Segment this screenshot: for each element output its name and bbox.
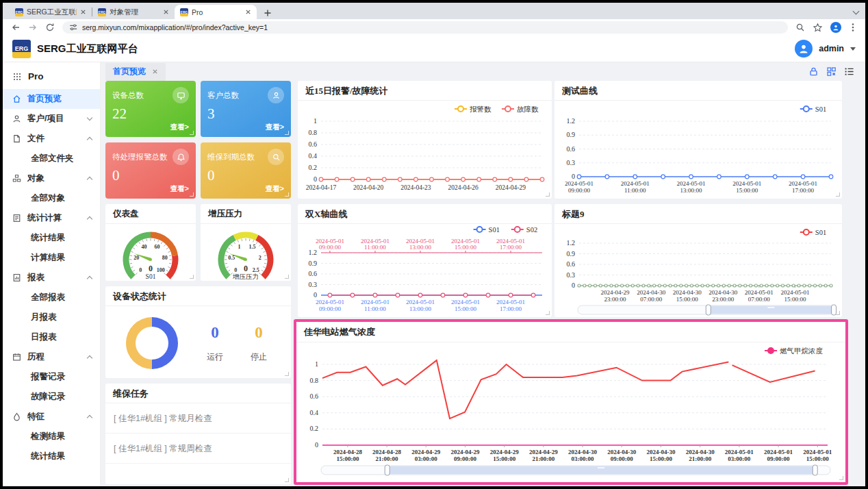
sidebar-item-objects[interactable]: 对象 (3, 168, 100, 188)
tab-close-icon[interactable] (245, 9, 251, 15)
sidebar-workspace[interactable]: Pro (3, 64, 100, 89)
svg-text:0: 0 (572, 173, 575, 180)
lock-icon[interactable] (808, 66, 819, 77)
maintenance-icon (268, 149, 284, 165)
zoom-page-icon[interactable] (795, 23, 805, 32)
svg-text:2024-04-29: 2024-04-29 (601, 289, 630, 296)
browser-tab-strip: ERG SERG工业互联网平台 ERG 对象管理 ERG Pro (3, 3, 865, 19)
svg-text:0: 0 (314, 175, 317, 183)
resize-handle[interactable] (285, 275, 289, 279)
view-link[interactable]: 查看> (266, 123, 284, 132)
resize-handle[interactable] (190, 275, 194, 279)
gas-methane-line-chart[interactable]: 10.80.60.40.202024-04-2815:00:002024-04-… (296, 342, 845, 481)
workspace-tab-close-icon[interactable] (152, 68, 158, 75)
resize-handle[interactable] (285, 192, 289, 197)
gauge-card-boost-pressure: 增压压力 00.511.522.50增压压力 (201, 204, 291, 281)
resize-handle[interactable] (285, 131, 289, 135)
resize-handle[interactable] (190, 192, 194, 197)
svg-text:15:00:00: 15:00:00 (455, 244, 477, 251)
sidebar-item-label: 客户/项目 (27, 113, 64, 125)
sidebar-item-home-preview[interactable]: 首页预览 (3, 89, 100, 109)
sidebar-item-stat-results[interactable]: 统计结果 (3, 228, 100, 248)
layout-grid-icon[interactable] (826, 66, 837, 77)
refresh-icon[interactable] (45, 23, 55, 32)
customer-icon (268, 87, 284, 103)
browser-tab-2[interactable]: ERG 对象管理 (92, 5, 175, 19)
sidebar-item-all-folders[interactable]: 全部文件夹 (3, 149, 100, 168)
bookmark-star-icon[interactable] (813, 23, 823, 33)
sidebar-item-all-objects[interactable]: 全部对象 (3, 188, 100, 208)
site-settings-icon[interactable] (69, 23, 77, 32)
resize-handle[interactable] (285, 372, 289, 376)
sidebar-item-all-reports[interactable]: 全部报表 (3, 288, 100, 308)
svg-text:2024-04-23: 2024-04-23 (400, 184, 431, 191)
sidebar-item-features[interactable]: 特征 (3, 407, 100, 427)
maintenance-task-item[interactable]: [ 佳华1#机组 ] 常规月检查 (105, 403, 291, 434)
sidebar-item-detection-results[interactable]: 检测结果 (3, 427, 100, 447)
svg-text:2024-05-01: 2024-05-01 (789, 180, 817, 187)
svg-text:0.3: 0.3 (567, 159, 576, 166)
sidebar-item-monthly-reports[interactable]: 月报表 (3, 308, 100, 327)
back-icon[interactable] (11, 23, 21, 32)
svg-text:17:00:00: 17:00:00 (500, 305, 522, 312)
sidebar-item-history[interactable]: 历程 (3, 347, 100, 367)
title9-line-chart[interactable]: 1.20.90.60.302024-04-2923:00:002024-04-3… (554, 224, 842, 318)
sidebar-item-alarm-records[interactable]: 报警记录 (3, 367, 100, 387)
device-status-donut-chart[interactable] (126, 317, 178, 369)
svg-text:1: 1 (314, 117, 317, 125)
browser-menu-kebab-icon[interactable] (849, 23, 857, 32)
svg-text:07:00:00: 07:00:00 (640, 296, 663, 303)
tab-close-icon[interactable] (80, 9, 86, 15)
sidebar-item-reports[interactable]: 报表 (3, 268, 100, 288)
test-curve-line-chart[interactable]: 1.20.90.60.302024-05-0109:00:002024-05-0… (554, 101, 842, 200)
sidebar-item-fault-records[interactable]: 故障记录 (3, 387, 100, 407)
resize-handle[interactable] (546, 311, 550, 315)
sidebar-item-stat-results-2[interactable]: 统计结果 (3, 447, 100, 466)
sidebar-item-calc-results[interactable]: 计算结果 (3, 248, 100, 268)
alarm-fault-line-chart[interactable]: 10.80.60.40.202024-04-172024-04-202024-0… (298, 101, 552, 200)
tab-close-icon[interactable] (163, 9, 169, 15)
maintenance-task-item[interactable]: [ 佳华1#机组 ] 常规周检查 (105, 434, 291, 464)
profile-avatar-icon[interactable] (830, 22, 841, 33)
svg-text:2024-05-01: 2024-05-01 (764, 449, 793, 455)
card-title: 佳华电站燃气浓度 (296, 322, 845, 342)
sidebar-item-statistics[interactable]: 统计计算 (3, 208, 100, 228)
resize-handle[interactable] (836, 192, 840, 197)
view-link[interactable]: 查看> (170, 123, 189, 132)
user-menu-caret-icon[interactable] (850, 47, 856, 51)
alarm-fault-15day-chart-card: 近15日报警/故障统计 10.80.60.40.202024-04-172024… (298, 81, 552, 199)
resize-handle[interactable] (839, 476, 843, 480)
svg-text:15:00:00: 15:00:00 (650, 455, 672, 462)
workspace-tab-home[interactable]: 首页预览 (105, 63, 166, 81)
resize-handle[interactable] (546, 192, 550, 197)
view-link[interactable]: 查看> (266, 184, 284, 194)
svg-text:09:00:00: 09:00:00 (319, 305, 342, 312)
user-avatar-icon[interactable] (795, 40, 813, 58)
gauge-boost-pressure[interactable]: 00.511.522.50增压压力 (201, 224, 291, 283)
tab-strip-chevron-down-icon[interactable] (853, 8, 860, 15)
resize-handle[interactable] (285, 478, 289, 482)
username[interactable]: admin (819, 44, 844, 53)
svg-text:0: 0 (314, 291, 317, 299)
resize-handle[interactable] (836, 311, 840, 315)
view-link[interactable]: 查看> (170, 184, 189, 194)
sidebar-item-files[interactable]: 文件 (3, 129, 100, 149)
svg-text:2024-04-29: 2024-04-29 (490, 449, 519, 455)
browser-tab-1[interactable]: ERG SERG工业互联网平台 (10, 5, 92, 19)
dual-x-axis-line-chart[interactable]: 1.20.90.60.302024-05-0109:00:002024-05-0… (298, 224, 552, 318)
sidebar-item-daily-reports[interactable]: 日报表 (3, 327, 100, 347)
forward-icon[interactable] (28, 23, 38, 32)
sidebar-item-label: 检测结果 (31, 431, 65, 442)
gauge-s01[interactable]: 0204060801000S01 (105, 224, 196, 283)
address-bar[interactable]: serg.mixyun.com/mixapplication/#/pro/ind… (62, 21, 788, 34)
card-title: 维保任务 (105, 384, 291, 403)
browser-tab-active[interactable]: ERG Pro (175, 5, 257, 19)
new-tab-icon[interactable] (264, 9, 272, 17)
stat-value: 3 (207, 105, 284, 123)
chevron-down-icon (87, 115, 92, 121)
list-view-icon[interactable] (844, 66, 854, 77)
resize-handle[interactable] (190, 131, 194, 135)
sidebar-item-label: 历程 (27, 351, 44, 363)
sidebar-item-customers[interactable]: 客户/项目 (3, 109, 100, 129)
stat-title: 客户总数 (207, 90, 239, 101)
